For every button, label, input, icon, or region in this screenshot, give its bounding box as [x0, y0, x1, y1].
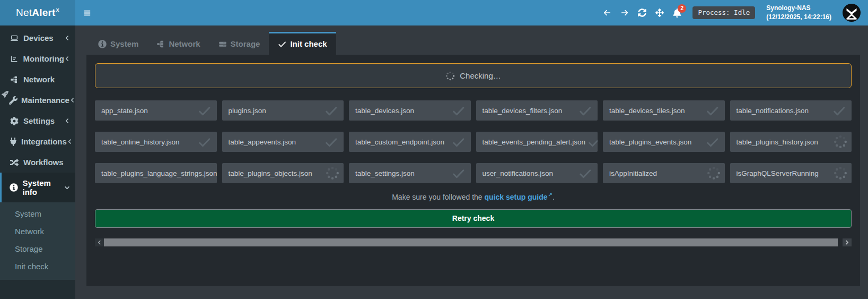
check-item-label: table_plugins_objects.json — [229, 169, 312, 177]
tab-storage[interactable]: Storage — [209, 32, 269, 55]
spinner-icon — [326, 166, 339, 180]
init-check-panel: Checking… app_state.jsonplugins.jsontabl… — [86, 55, 860, 286]
tab-label: Init check — [290, 39, 327, 48]
horizontal-scrollbar — [95, 238, 852, 246]
sidebar-item-integrations[interactable]: Integrations — [0, 131, 75, 152]
check-item-card: table_devices_filters.json — [476, 100, 598, 121]
check-icon — [323, 104, 339, 117]
spinner-icon — [707, 166, 721, 180]
check-icon — [450, 104, 467, 117]
tab-label: Network — [169, 39, 200, 48]
check-item-card: user_notifications.json — [476, 163, 598, 183]
host-timestamp: (12/12/2025, 14:22:16) — [766, 13, 831, 22]
spinner-icon — [445, 71, 455, 81]
tab-init-check[interactable]: Init check — [269, 32, 336, 55]
host-name: Synology-NAS — [766, 4, 831, 13]
sitemap-icon — [9, 75, 20, 84]
sidebar-item-monitoring[interactable]: Monitoring — [0, 48, 75, 69]
move-button[interactable] — [655, 8, 664, 17]
check-item-label: table_events_pending_alert.json — [483, 138, 585, 146]
sidebar-toggle-button[interactable] — [75, 0, 99, 25]
scroll-right-button[interactable] — [843, 238, 852, 246]
check-item-label: isGraphQLServerRunning — [737, 169, 819, 177]
check-item-card: isAppInitialized — [603, 163, 725, 183]
tab-system[interactable]: System — [89, 32, 147, 55]
process-status-badge[interactable]: Process: Idle — [692, 6, 755, 19]
sidebar-item-network[interactable]: Network — [0, 69, 75, 90]
checks-grid: app_state.jsonplugins.jsontable_devices.… — [95, 100, 852, 183]
sidebar-subitem-init-check[interactable]: Init check — [0, 258, 75, 275]
info-circle-icon — [9, 183, 19, 192]
check-item-label: table_appevents.json — [229, 138, 296, 146]
sidebar-item-system-info[interactable]: System info — [0, 173, 75, 202]
check-item-card: table_online_history.json — [95, 132, 217, 152]
check-item-label: isAppInitialized — [609, 169, 657, 177]
shuffle-icon — [9, 158, 20, 167]
tab-label: Storage — [231, 39, 260, 48]
setup-note-period: . — [553, 193, 555, 201]
app-logo[interactable]: NetAlertx — [0, 0, 75, 25]
check-item-card: table_notifications.json — [730, 100, 852, 121]
wrench-icon — [9, 96, 17, 105]
sidebar-item-devices[interactable]: Devices — [0, 28, 75, 48]
sidebar-item-maintenance[interactable]: Maintenance — [0, 90, 75, 110]
top-header: NetAlertx 2 Process: Idle Synology-NAS (… — [0, 0, 868, 25]
quick-setup-guide-label: quick setup guide — [485, 193, 548, 201]
check-item-label: plugins.json — [229, 107, 266, 115]
scroll-left-button[interactable] — [95, 238, 104, 246]
tab-network[interactable]: Network — [147, 32, 209, 55]
rocket-icon — [1, 90, 10, 99]
check-item-label: table_custom_endpoint.json — [355, 138, 444, 146]
sidebar-subitem-system[interactable]: System — [0, 205, 75, 223]
plug-icon — [9, 138, 17, 146]
quick-setup-guide-link[interactable]: quick setup guide↗ — [485, 193, 553, 201]
scrollbar-track-gap — [838, 238, 843, 246]
check-icon — [196, 104, 213, 117]
sidebar-subitem-network[interactable]: Network — [0, 223, 75, 240]
gear-icon — [9, 117, 20, 125]
check-icon — [577, 104, 593, 117]
check-item-card: table_devices_tiles.json — [603, 100, 725, 121]
check-icon — [450, 167, 467, 180]
setup-note-text: Make sure you followed the — [392, 193, 482, 201]
sidebar-item-label: Network — [23, 75, 55, 84]
host-info: Synology-NAS (12/12/2025, 14:22:16) — [766, 4, 831, 22]
refresh-button[interactable] — [638, 8, 646, 17]
setup-note: Make sure you followed the quick setup g… — [95, 192, 852, 201]
storage-icon — [218, 40, 227, 48]
checking-label: Checking… — [460, 71, 501, 80]
check-item-card: table_plugins_language_strings.json — [95, 163, 217, 183]
check-icon — [831, 104, 847, 117]
check-item-label: table_settings.json — [355, 169, 415, 177]
check-item-label: user_notifications.json — [483, 169, 554, 177]
check-item-label: table_online_history.json — [101, 138, 180, 146]
check-item-card: app_state.json — [95, 100, 217, 121]
checking-status-box: Checking… — [95, 63, 852, 88]
check-item-label: app_state.json — [101, 107, 148, 115]
sidebar-item-label: Monitoring — [23, 54, 64, 63]
sidebar-item-settings[interactable]: Settings — [0, 110, 75, 131]
back-button[interactable] — [603, 8, 611, 17]
header-actions: 2 Process: Idle Synology-NAS (12/12/2025… — [603, 0, 868, 25]
laptop-icon — [9, 34, 20, 42]
check-item-label: table_devices_filters.json — [483, 107, 563, 115]
check-item-card: table_custom_endpoint.json — [349, 132, 471, 152]
sidebar-item-workflows[interactable]: Workflows — [0, 152, 75, 173]
check-item-card: table_plugins_events.json — [603, 132, 725, 152]
check-icon — [704, 135, 721, 149]
sidebar-submenu: SystemNetworkStorageInit check — [0, 202, 75, 280]
sidebar-item-label: Maintenance — [21, 96, 69, 105]
main-content: SystemNetworkStorageInit check Checking…… — [75, 25, 868, 286]
forward-button[interactable] — [620, 8, 629, 17]
sidebar-item-label: System info — [22, 178, 64, 197]
avatar[interactable] — [842, 3, 861, 22]
notifications-button[interactable]: 2 — [673, 8, 681, 18]
chevron-left-icon — [64, 118, 70, 124]
sidebar-item-label: Devices — [23, 33, 54, 42]
scrollbar-thumb[interactable] — [104, 238, 838, 246]
check-item-label: table_plugins_history.json — [737, 138, 818, 146]
sidebar-subitem-storage[interactable]: Storage — [0, 240, 75, 258]
tab-label: System — [110, 39, 138, 48]
retry-check-button[interactable]: Retry check — [95, 209, 852, 228]
chevron-left-icon — [64, 56, 70, 62]
